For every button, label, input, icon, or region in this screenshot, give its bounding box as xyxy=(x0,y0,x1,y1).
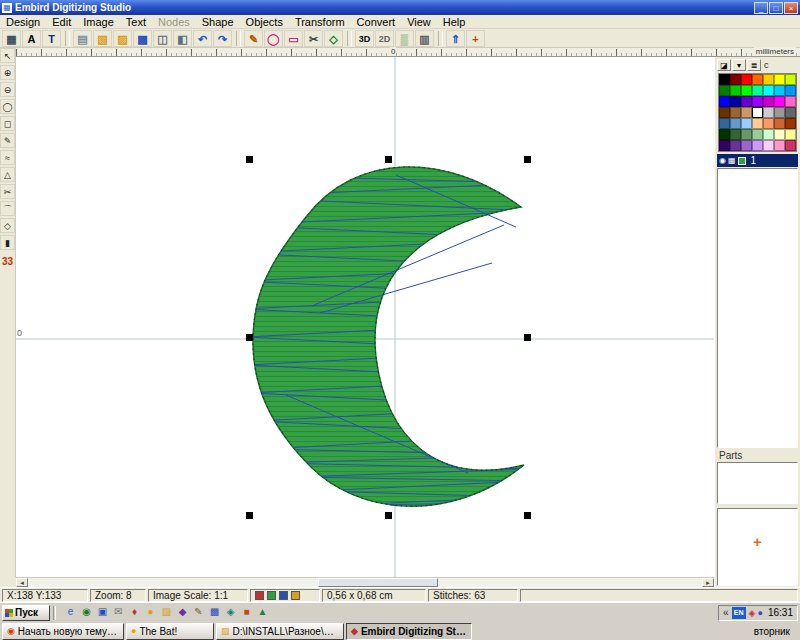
handle-bottom-left[interactable] xyxy=(246,512,253,519)
palette-color-3[interactable] xyxy=(752,74,763,85)
quicklaunch-icon-8[interactable]: ✎ xyxy=(191,605,206,620)
undo-icon[interactable]: ↶ xyxy=(193,30,212,47)
grid-toggle-icon[interactable]: ▥ xyxy=(415,30,434,47)
palette-color-5[interactable] xyxy=(774,74,785,85)
minimize-button[interactable]: _ xyxy=(754,2,768,14)
thread-catalog-button[interactable]: ≣ xyxy=(747,59,761,71)
quicklaunch-icon-1[interactable]: ◉ xyxy=(79,605,94,620)
quicklaunch-icon-5[interactable]: ● xyxy=(143,605,158,620)
palette-color-33[interactable] xyxy=(774,118,785,129)
start-button[interactable]: Пуск xyxy=(2,605,50,621)
save-icon[interactable]: ▩ xyxy=(133,30,152,47)
design-manager-icon[interactable]: ▦ xyxy=(2,30,21,47)
diamond-tool-icon[interactable]: ◇ xyxy=(0,218,15,233)
quicklaunch-icon-4[interactable]: ♦ xyxy=(127,605,142,620)
palette-color-28[interactable] xyxy=(719,118,730,129)
palette-color-2[interactable] xyxy=(741,74,752,85)
polygon-tool-icon[interactable]: △ xyxy=(0,167,15,182)
taskbar-task-1[interactable]: ◉Начать новую тему :: В... xyxy=(2,623,124,640)
measure-tool-icon[interactable]: ◇ xyxy=(324,30,343,47)
scroll-left-button[interactable]: ◄ xyxy=(16,578,28,587)
palette-color-27[interactable] xyxy=(785,107,796,118)
view-3d-button[interactable]: 3D xyxy=(355,30,374,47)
palette-color-37[interactable] xyxy=(741,129,752,140)
layer-row-selected[interactable]: ◉ ▦ 1 xyxy=(717,154,798,167)
design-canvas[interactable] xyxy=(16,57,714,577)
palette-color-4[interactable] xyxy=(763,74,774,85)
menu-objects[interactable]: Objects xyxy=(240,15,289,29)
palette-color-26[interactable] xyxy=(774,107,785,118)
palette-color-21[interactable] xyxy=(719,107,730,118)
palette-color-20[interactable] xyxy=(785,96,796,107)
parts-list[interactable] xyxy=(717,462,798,504)
palette-color-34[interactable] xyxy=(785,118,796,129)
menu-edit[interactable]: Edit xyxy=(46,15,77,29)
palette-color-44[interactable] xyxy=(741,140,752,151)
palette-color-24[interactable] xyxy=(752,107,763,118)
handle-mid-right[interactable] xyxy=(524,334,531,341)
freehand-tool-icon[interactable]: ✎ xyxy=(0,133,15,148)
curve-tool-icon[interactable]: ≈ xyxy=(0,150,15,165)
palette-color-42[interactable] xyxy=(719,140,730,151)
palette-color-17[interactable] xyxy=(752,96,763,107)
handle-bottom-mid[interactable] xyxy=(385,512,392,519)
horizontal-scrollbar[interactable]: ◄ ► xyxy=(16,577,714,587)
handle-top-left[interactable] xyxy=(246,156,253,163)
palette-color-9[interactable] xyxy=(741,85,752,96)
import-design-icon[interactable]: ▨ xyxy=(113,30,132,47)
palette-color-48[interactable] xyxy=(785,140,796,151)
menu-convert[interactable]: Convert xyxy=(351,15,402,29)
font-letter-icon[interactable]: A xyxy=(22,30,41,47)
edit-nodes-icon[interactable]: ✎ xyxy=(244,30,263,47)
quicklaunch-icon-7[interactable]: ◆ xyxy=(175,605,190,620)
scroll-right-button[interactable]: ► xyxy=(702,578,714,587)
palette-color-0[interactable] xyxy=(719,74,730,85)
print-icon[interactable]: ◫ xyxy=(153,30,172,47)
palette-color-6[interactable] xyxy=(785,74,796,85)
taskbar-task-3[interactable]: ▨D:\INSTALL\Разное\Embird xyxy=(216,623,344,640)
palette-color-16[interactable] xyxy=(741,96,752,107)
palette-color-18[interactable] xyxy=(763,96,774,107)
rectangle-tool-icon[interactable]: ▭ xyxy=(284,30,303,47)
menu-help[interactable]: Help xyxy=(437,15,472,29)
palette-color-14[interactable] xyxy=(719,96,730,107)
palette-color-41[interactable] xyxy=(785,129,796,140)
palette-color-13[interactable] xyxy=(785,85,796,96)
palette-color-43[interactable] xyxy=(730,140,741,151)
palette-color-31[interactable] xyxy=(752,118,763,129)
palette-color-46[interactable] xyxy=(763,140,774,151)
palette-color-15[interactable] xyxy=(730,96,741,107)
open-folder-icon[interactable]: ▧ xyxy=(93,30,112,47)
palette-color-8[interactable] xyxy=(730,85,741,96)
handle-bottom-right[interactable] xyxy=(524,512,531,519)
rectangle-shape-tool-icon[interactable]: ◻ xyxy=(0,116,15,131)
object-list[interactable] xyxy=(717,168,798,448)
palette-color-19[interactable] xyxy=(774,96,785,107)
maximize-button[interactable]: □ xyxy=(769,2,783,14)
palette-dropdown-button[interactable]: ▾ xyxy=(732,59,746,71)
palette-color-40[interactable] xyxy=(774,129,785,140)
quicklaunch-icon-9[interactable]: ▩ xyxy=(207,605,222,620)
taskbar-task-4[interactable]: ◆Embird Digitizing Stud... xyxy=(346,623,472,640)
palette-color-7[interactable] xyxy=(719,85,730,96)
quicklaunch-icon-12[interactable]: ▲ xyxy=(255,605,270,620)
tray-icon-0[interactable]: ◈ xyxy=(749,607,756,619)
text-tool-icon[interactable]: T xyxy=(42,30,61,47)
redo-icon[interactable]: ↷ xyxy=(213,30,232,47)
handle-top-mid[interactable] xyxy=(385,156,392,163)
arc-tool-icon[interactable]: ⌒ xyxy=(0,201,15,216)
layer-visibility-icon[interactable]: ◉ xyxy=(719,155,726,167)
quicklaunch-icon-2[interactable]: ▣ xyxy=(95,605,110,620)
palette-color-47[interactable] xyxy=(774,140,785,151)
scrollbar-thumb[interactable] xyxy=(318,578,438,587)
palette-color-11[interactable] xyxy=(763,85,774,96)
new-document-icon[interactable]: ▤ xyxy=(73,30,92,47)
center-marker-icon[interactable]: + xyxy=(466,30,485,47)
menu-text[interactable]: Text xyxy=(120,15,152,29)
tray-icon-1[interactable]: ● xyxy=(758,607,763,619)
palette-color-1[interactable] xyxy=(730,74,741,85)
scrollbar-track[interactable] xyxy=(28,578,702,587)
knife-shape-tool-icon[interactable]: ✂ xyxy=(0,184,15,199)
zoom-in-tool-icon[interactable]: ⊕ xyxy=(0,65,15,80)
palette-color-23[interactable] xyxy=(741,107,752,118)
